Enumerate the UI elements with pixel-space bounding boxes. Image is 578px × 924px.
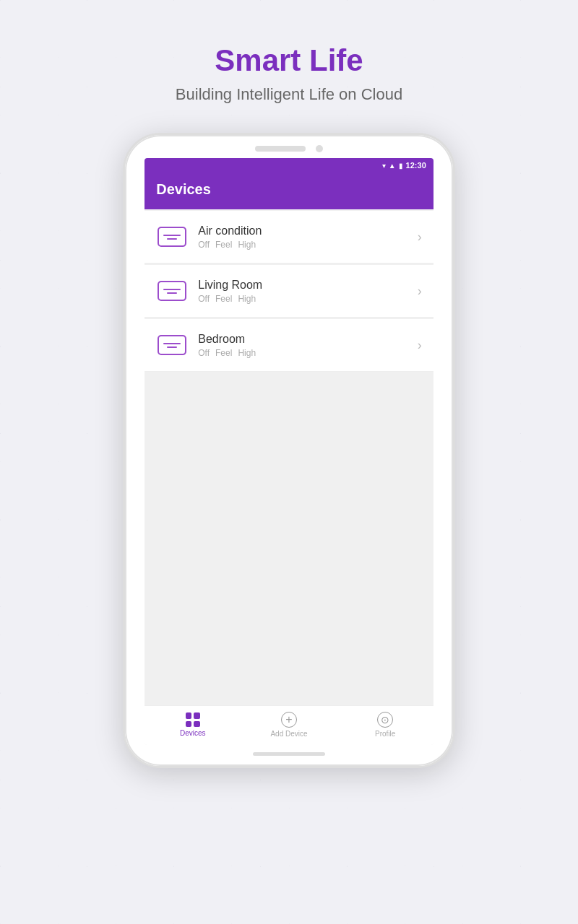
device-name-1: Air condition — [198, 225, 407, 237]
nav-item-add-device[interactable]: + Add Device — [267, 712, 311, 738]
profile-icon: ⊙ — [377, 712, 393, 728]
phone-camera — [316, 145, 323, 152]
chevron-right-1: › — [418, 230, 422, 245]
app-subtitle: Building Intelligent Life on Cloud — [176, 85, 402, 104]
phone-frame: ▾ ▲ ▮ 12:30 Devices Air conditi — [123, 133, 455, 768]
device-status-high-3: High — [238, 348, 256, 358]
device-list: Air condition Off Feel High › — [144, 209, 434, 705]
device-status-2: Off Feel High — [198, 294, 407, 304]
device-status-off-1: Off — [198, 240, 210, 250]
device-icon-wrap-1 — [156, 221, 188, 253]
devices-grid-icon — [186, 712, 200, 727]
device-icon-wrap-2 — [156, 275, 188, 307]
phone-bottom-bar — [253, 745, 325, 766]
status-bar: ▾ ▲ ▮ 12:30 — [144, 158, 434, 173]
ac-icon-1 — [158, 227, 186, 247]
device-item-air-condition[interactable]: Air condition Off Feel High › — [144, 211, 434, 263]
device-info-3: Bedroom Off Feel High — [198, 333, 407, 358]
device-status-high-2: High — [238, 294, 256, 304]
status-icons: ▾ ▲ ▮ 12:30 — [382, 161, 426, 170]
nav-label-profile: Profile — [375, 730, 395, 738]
device-status-off-2: Off — [198, 294, 210, 304]
battery-icon: ▮ — [399, 162, 403, 170]
device-name-2: Living Room — [198, 279, 407, 292]
device-status-3: Off Feel High — [198, 348, 407, 358]
wifi-icon: ▾ — [382, 162, 386, 170]
device-info-1: Air condition Off Feel High — [198, 225, 407, 250]
device-info-2: Living Room Off Feel High — [198, 279, 407, 304]
chevron-right-2: › — [418, 284, 422, 299]
device-status-1: Off Feel High — [198, 240, 407, 250]
nav-label-devices: Devices — [180, 729, 206, 737]
device-status-off-3: Off — [198, 348, 210, 358]
device-status-high-1: High — [238, 240, 256, 250]
device-icon-wrap-3 — [156, 329, 188, 361]
device-status-feel-1: Feel — [215, 240, 232, 250]
ac-icon-3 — [158, 335, 186, 355]
app-header-title: Devices — [156, 181, 422, 198]
phone-speaker — [255, 146, 306, 152]
device-status-feel-2: Feel — [215, 294, 232, 304]
app-title: Smart Life — [176, 43, 402, 78]
signal-icon: ▲ — [389, 162, 396, 170]
device-item-living-room[interactable]: Living Room Off Feel High › — [144, 265, 434, 318]
page-header: Smart Life Building Intelligent Life on … — [176, 43, 402, 104]
phone-screen: ▾ ▲ ▮ 12:30 Devices Air conditi — [144, 158, 434, 745]
phone-top-bar — [125, 135, 453, 158]
bottom-nav: Devices + Add Device ⊙ Profile — [144, 705, 434, 745]
nav-item-profile[interactable]: ⊙ Profile — [363, 712, 407, 738]
add-device-icon: + — [281, 712, 297, 728]
chevron-right-3: › — [418, 338, 422, 353]
device-name-3: Bedroom — [198, 333, 407, 346]
app-header: Devices — [144, 173, 434, 209]
status-time: 12:30 — [406, 161, 426, 170]
device-status-feel-3: Feel — [215, 348, 232, 358]
ac-icon-2 — [158, 281, 186, 301]
nav-item-devices[interactable]: Devices — [171, 712, 215, 737]
nav-label-add-device: Add Device — [270, 730, 307, 738]
device-item-bedroom[interactable]: Bedroom Off Feel High › — [144, 319, 434, 372]
phone-home-bar — [253, 752, 325, 756]
